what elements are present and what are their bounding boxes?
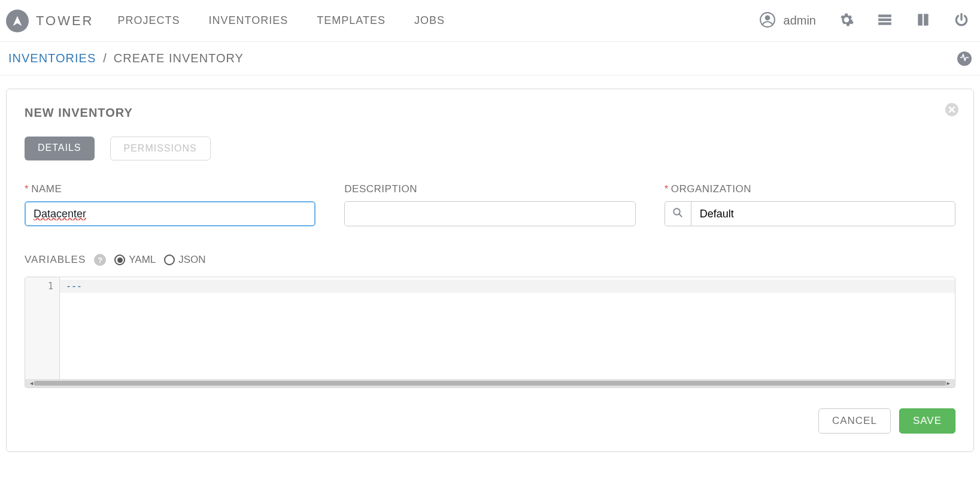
brand-name: TOWER (36, 13, 93, 29)
variables-header: VARIABLES ? YAML JSON (25, 254, 955, 266)
list-icon (877, 12, 893, 30)
tab-permissions: PERMISSIONS (110, 137, 211, 160)
svg-rect-3 (878, 18, 891, 20)
nav-right: admin (760, 12, 969, 30)
required-mark: * (25, 183, 29, 195)
content: NEW INVENTORY DETAILS PERMISSIONS *NAME … (0, 75, 980, 465)
scroll-track[interactable] (34, 381, 945, 386)
user-name: admin (784, 14, 816, 28)
editor-content: --- (60, 277, 955, 295)
radio-icon (164, 254, 175, 265)
description-field-group: DESCRIPTION (344, 183, 635, 226)
description-input[interactable] (344, 201, 635, 226)
line-number: 1 (25, 281, 53, 292)
power-icon (954, 12, 969, 30)
gear-icon (839, 12, 854, 30)
scroll-right-icon: ▶ (947, 380, 950, 386)
user-menu[interactable]: admin (760, 12, 816, 30)
tab-details[interactable]: DETAILS (25, 137, 95, 160)
breadcrumb-parent[interactable]: INVENTORIES (8, 51, 96, 65)
portal-button[interactable] (877, 12, 893, 30)
form-footer: CANCEL SAVE (25, 408, 955, 434)
breadcrumb: INVENTORIES / CREATE INVENTORY (0, 42, 980, 75)
nav-items: PROJECTS INVENTORIES TEMPLATES JOBS (117, 14, 444, 27)
organization-lookup-button[interactable] (665, 201, 691, 226)
search-icon (672, 207, 683, 220)
name-input[interactable] (25, 201, 315, 226)
activity-stream-button[interactable] (957, 51, 972, 66)
organization-label: *ORGANIZATION (665, 183, 955, 195)
breadcrumb-current: CREATE INVENTORY (114, 51, 244, 65)
required-mark: * (665, 183, 669, 195)
description-label: DESCRIPTION (344, 183, 635, 195)
svg-rect-2 (878, 14, 891, 17)
nav-templates[interactable]: TEMPLATES (317, 14, 386, 27)
book-icon (915, 12, 931, 30)
variables-label: VARIABLES (25, 254, 86, 266)
organization-input-group (665, 201, 955, 226)
organization-field-group: *ORGANIZATION (665, 183, 955, 226)
inventory-form-panel: NEW INVENTORY DETAILS PERMISSIONS *NAME … (6, 89, 974, 452)
editor-code-area[interactable]: --- (60, 277, 955, 379)
activity-icon (960, 53, 969, 65)
editor-gutter: 1 (25, 277, 60, 379)
variables-format-yaml[interactable]: YAML (114, 254, 156, 266)
panel-close-button[interactable] (945, 102, 959, 119)
panel-tabs: DETAILS PERMISSIONS (25, 137, 955, 160)
svg-rect-5 (923, 14, 924, 26)
scroll-left-icon: ◀ (30, 380, 33, 386)
top-nav: TOWER PROJECTS INVENTORIES TEMPLATES JOB… (0, 0, 980, 42)
editor-h-scrollbar[interactable]: ◀ ▶ (25, 379, 955, 387)
nav-jobs[interactable]: JOBS (414, 14, 445, 27)
form-row: *NAME DESCRIPTION *ORGANIZATION (25, 183, 955, 226)
nav-projects[interactable]: PROJECTS (117, 14, 180, 27)
panel-title: NEW INVENTORY (25, 106, 955, 120)
variables-help-icon[interactable]: ? (94, 254, 106, 266)
organization-input[interactable] (691, 201, 955, 226)
cancel-button[interactable]: CANCEL (818, 408, 891, 434)
svg-line-8 (679, 214, 682, 217)
name-label: *NAME (25, 183, 315, 195)
brand-logo-icon (6, 10, 29, 32)
svg-point-1 (764, 15, 770, 20)
nav-inventories[interactable]: INVENTORIES (209, 14, 289, 27)
docs-button[interactable] (915, 12, 931, 30)
user-icon (760, 12, 775, 30)
brand[interactable]: TOWER (6, 10, 93, 32)
radio-icon (114, 254, 125, 265)
variables-editor[interactable]: 1 --- ◀ ▶ (25, 277, 955, 388)
close-icon (945, 108, 959, 119)
logout-button[interactable] (954, 12, 969, 30)
settings-button[interactable] (839, 12, 854, 30)
breadcrumb-separator: / (103, 51, 107, 65)
save-button[interactable]: SAVE (899, 408, 955, 434)
svg-rect-4 (878, 22, 891, 25)
name-field-group: *NAME (25, 183, 315, 226)
variables-format-json[interactable]: JSON (164, 254, 205, 266)
